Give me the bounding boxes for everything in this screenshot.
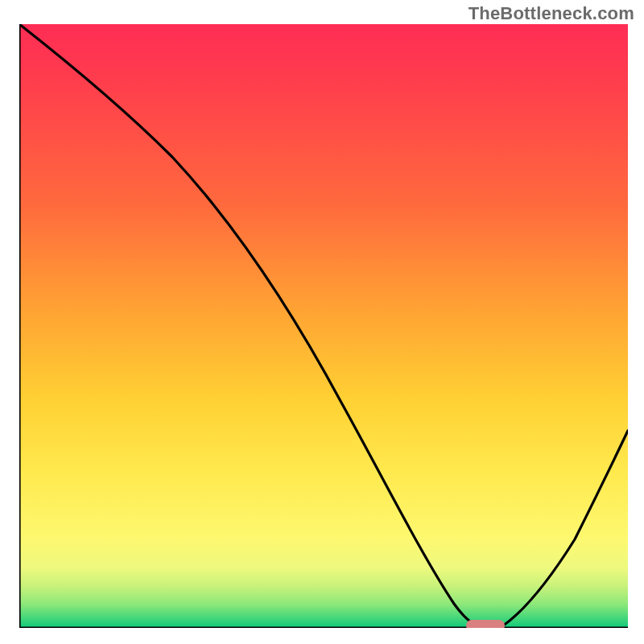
optimal-point-marker [466, 620, 505, 628]
plot-gradient-background [19, 24, 628, 628]
watermark-text: TheBottleneck.com [469, 3, 634, 24]
axes [19, 24, 628, 628]
chart-svg [19, 24, 628, 628]
bottleneck-curve [19, 24, 628, 626]
chart-container: TheBottleneck.com [0, 0, 644, 644]
